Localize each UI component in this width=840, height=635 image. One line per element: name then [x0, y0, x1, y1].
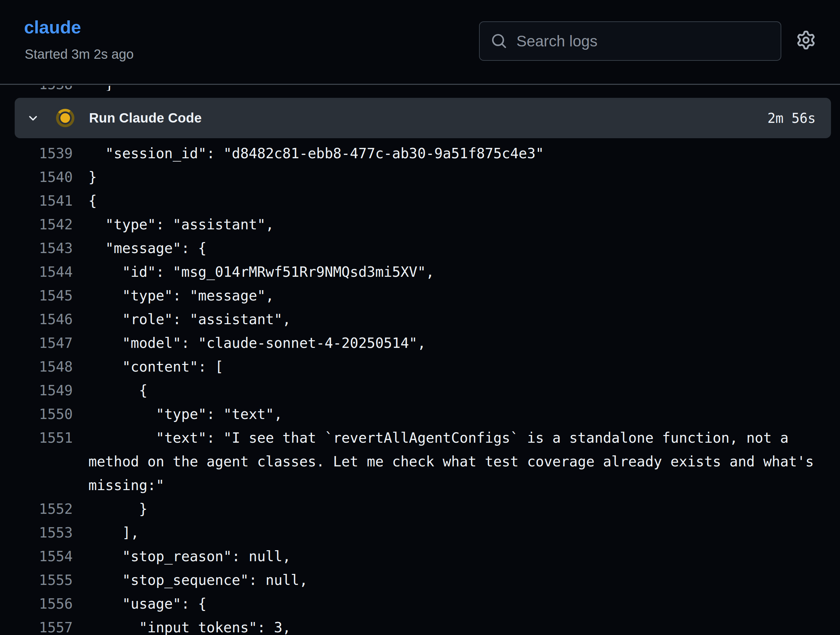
line-number[interactable]: 1551	[0, 426, 73, 450]
line-content: "input_tokens": 3,	[88, 616, 291, 635]
log-line: missing:"	[0, 473, 840, 497]
in-progress-spinner-icon	[56, 109, 74, 127]
line-number[interactable]: 1557	[0, 616, 73, 635]
log-line: method on the agent classes. Let me chec…	[0, 450, 840, 473]
line-content: "type": "message",	[88, 284, 274, 307]
divider-line	[0, 84, 840, 85]
log-line: 1546 "role": "assistant",	[0, 307, 840, 331]
log-line: 1539 "session_id": "d8482c81-ebb8-477c-a…	[0, 142, 840, 165]
search-icon	[491, 33, 507, 49]
log-line: 1547 "model": "claude-sonnet-4-20250514"…	[0, 331, 840, 355]
log-line: 1556 "usage": {	[0, 592, 840, 616]
log-line: 1550 "type": "text",	[0, 402, 840, 426]
line-content: "type": "assistant",	[88, 213, 274, 236]
line-content: }	[88, 86, 114, 91]
line-number[interactable]: 1549	[0, 378, 73, 402]
gear-icon	[797, 31, 815, 49]
search-logs-input[interactable]	[516, 32, 771, 51]
step-title: Run Claude Code	[89, 111, 202, 125]
log-line: 1542 "type": "assistant",	[0, 213, 840, 236]
log-line: 1552 }	[0, 497, 840, 521]
line-number[interactable]	[0, 473, 73, 497]
line-content: "type": "text",	[88, 402, 283, 426]
log-line: 1548 "content": [	[0, 355, 840, 378]
line-number[interactable]: 1541	[0, 189, 73, 213]
line-number[interactable]: 1540	[0, 165, 73, 189]
log-line-partial: 1538 }	[0, 86, 840, 91]
line-number[interactable]: 1550	[0, 402, 73, 426]
search-logs-box[interactable]	[479, 21, 781, 61]
line-content: "stop_sequence": null,	[88, 568, 308, 592]
log-line: 1545 "type": "message",	[0, 284, 840, 307]
line-content: "text": "I see that `revertAllAgentConfi…	[88, 426, 789, 450]
line-content: "role": "assistant",	[88, 307, 291, 331]
line-content: "usage": {	[88, 592, 207, 616]
clipped-log-line: 1538 }	[0, 86, 840, 91]
line-number[interactable]: 1543	[0, 236, 73, 260]
line-content: "session_id": "d8482c81-ebb8-477c-ab30-9…	[88, 142, 544, 165]
line-number[interactable]: 1555	[0, 568, 73, 592]
line-number[interactable]: 1539	[0, 142, 73, 165]
line-content: missing:"	[88, 473, 164, 497]
line-content: }	[88, 165, 97, 189]
line-number: 1538	[0, 86, 73, 91]
line-content: "stop_reason": null,	[88, 545, 291, 568]
line-content: "model": "claude-sonnet-4-20250514",	[88, 331, 426, 355]
line-number[interactable]: 1542	[0, 213, 73, 236]
line-number[interactable]: 1546	[0, 307, 73, 331]
line-content: {	[88, 189, 97, 213]
log-line: 1553 ],	[0, 521, 840, 545]
line-content: "content": [	[88, 355, 224, 378]
line-content: "id": "msg_014rMRwf51Rr9NMQsd3mi5XV",	[88, 260, 434, 284]
log-line: 1543 "message": {	[0, 236, 840, 260]
line-content: ],	[88, 521, 139, 545]
line-number[interactable]: 1547	[0, 331, 73, 355]
line-number[interactable]: 1548	[0, 355, 73, 378]
log-line: 1554 "stop_reason": null,	[0, 545, 840, 568]
line-number[interactable]: 1554	[0, 545, 73, 568]
log-line: 1541 {	[0, 189, 840, 213]
log-lines: 1539 "session_id": "d8482c81-ebb8-477c-a…	[0, 142, 840, 635]
log-line: 1549 {	[0, 378, 840, 402]
step-header-run-claude-code[interactable]: Run Claude Code 2m 56s	[15, 98, 831, 138]
log-line: 1557 "input_tokens": 3,	[0, 616, 840, 635]
log-line: 1544 "id": "msg_014rMRwf51Rr9NMQsd3mi5XV…	[0, 260, 840, 284]
line-number[interactable]	[0, 450, 73, 473]
line-content: {	[88, 378, 147, 402]
line-content: method on the agent classes. Let me chec…	[88, 450, 814, 473]
settings-button[interactable]	[796, 30, 816, 50]
chevron-down-icon[interactable]	[26, 111, 40, 125]
log-line: 1555 "stop_sequence": null,	[0, 568, 840, 592]
line-number[interactable]: 1545	[0, 284, 73, 307]
job-started-text: Started 3m 2s ago	[25, 48, 134, 61]
line-number[interactable]: 1552	[0, 497, 73, 521]
line-content: }	[88, 497, 147, 521]
log-line: 1540 }	[0, 165, 840, 189]
line-number[interactable]: 1553	[0, 521, 73, 545]
line-number[interactable]: 1544	[0, 260, 73, 284]
line-number[interactable]: 1556	[0, 592, 73, 616]
log-line: 1551 "text": "I see that `revertAllAgent…	[0, 426, 840, 450]
step-duration: 2m 56s	[767, 111, 816, 126]
job-name-link[interactable]: claude	[24, 18, 81, 36]
line-content: "message": {	[88, 236, 207, 260]
